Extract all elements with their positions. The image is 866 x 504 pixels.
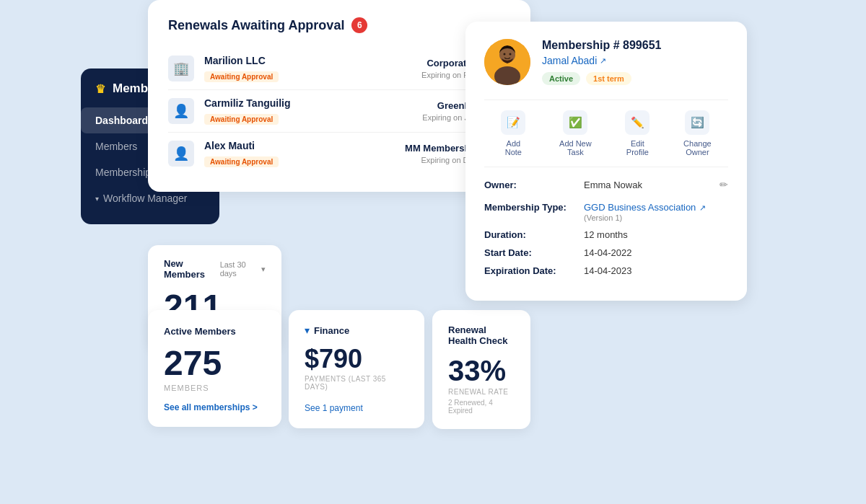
- active-members-card: Active Members 275 MEMBERS See all membe…: [148, 310, 281, 427]
- person-icon: 👤: [168, 141, 194, 167]
- duration-row: Duration: 12 months: [484, 229, 728, 240]
- owner-label: Owner:: [484, 180, 578, 190]
- status-badge: Awaiting Approval: [204, 156, 279, 167]
- renewal-name: Alex Mauti: [204, 140, 395, 151]
- start-date-row: Start Date: 14-04-2022: [484, 247, 728, 258]
- active-members-title: Active Members: [164, 326, 236, 337]
- add-note-label: AddNote: [505, 139, 522, 156]
- membership-type-value[interactable]: GGD Business Association: [584, 202, 696, 213]
- renewals-badge: 6: [351, 17, 367, 33]
- membership-type-row: Membership Type: GGD Business Associatio…: [484, 200, 728, 222]
- renewal-info: Alex Mauti Awaiting Approval: [204, 140, 395, 167]
- sidebar-item-label: Workflow Manager: [103, 193, 187, 204]
- profile-card: Membership # 899651 Jamal Abadi ↗ Active…: [465, 22, 747, 301]
- profile-badges: Active 1st term: [542, 72, 728, 85]
- renewal-info: Carmiliz Tanguilig Awaiting Approval: [204, 97, 412, 125]
- crown-icon: ♛: [95, 82, 105, 96]
- renewals-header: Renewals Awaiting Approval 6: [168, 17, 510, 33]
- health-percent: 33%: [448, 356, 515, 385]
- active-members-count: 275: [164, 346, 266, 381]
- finance-sublabel: PAYMENTS (LAST 365 DAYS): [305, 375, 408, 391]
- add-task-icon: ✅: [563, 110, 587, 135]
- profile-top: Membership # 899651 Jamal Abadi ↗ Active…: [484, 39, 728, 85]
- chevron-down-icon: ▾: [95, 195, 99, 203]
- new-members-header: New Members Last 30 days ▾: [164, 258, 266, 280]
- finance-amount: $790: [305, 346, 408, 372]
- profile-actions: 📝 AddNote ✅ Add NewTask ✏️ EditProfile 🔄…: [484, 100, 728, 167]
- edit-profile-label: EditProfile: [626, 139, 649, 156]
- health-check-title: Renewal Health Check: [448, 324, 515, 346]
- add-task-action[interactable]: ✅ Add NewTask: [559, 110, 592, 156]
- add-note-icon: 📝: [501, 110, 525, 135]
- active-members-unit: MEMBERS: [164, 384, 266, 392]
- chevron-down-icon: ▾: [261, 265, 266, 274]
- owner-row: Owner: Emma Nowak ✏: [484, 179, 728, 190]
- health-check-card: Renewal Health Check 33% RENEWAL RATE 2 …: [432, 310, 530, 429]
- building-icon: 🏢: [168, 56, 194, 81]
- start-date-value: 14-04-2022: [584, 247, 632, 258]
- avatar: [484, 39, 530, 85]
- expiration-date-label: Expiration Date:: [484, 265, 578, 276]
- membership-type-label: Membership Type:: [484, 202, 578, 213]
- duration-label: Duration:: [484, 229, 578, 240]
- person-icon: 👤: [168, 98, 194, 124]
- finance-header: ▾ Finance: [305, 324, 408, 336]
- change-owner-action[interactable]: 🔄 ChangeOwner: [683, 110, 712, 156]
- renewal-detail: 2 Renewed, 4 Expired: [448, 399, 515, 415]
- add-task-label: Add NewTask: [559, 139, 592, 156]
- renewal-name: Carmiliz Tanguilig: [204, 97, 412, 109]
- renewal-row[interactable]: 👤 Carmiliz Tanguilig Awaiting Approval G…: [168, 90, 510, 133]
- edit-profile-icon: ✏️: [625, 110, 650, 135]
- term-badge: 1st term: [586, 72, 631, 85]
- profile-info: Membership # 899651 Jamal Abadi ↗ Active…: [542, 39, 728, 85]
- renewals-title: Renewals Awaiting Approval: [168, 18, 344, 33]
- finance-card: ▾ Finance $790 PAYMENTS (LAST 365 DAYS) …: [289, 310, 424, 428]
- see-all-memberships-link[interactable]: See all memberships >: [164, 402, 266, 412]
- status-badge: Awaiting Approval: [204, 114, 279, 125]
- external-link-icon[interactable]: ↗: [600, 56, 606, 66]
- chevron-down-icon: ▾: [305, 324, 310, 336]
- status-badge: Awaiting Approval: [204, 71, 279, 82]
- owner-value: Emma Nowak: [584, 180, 642, 190]
- duration-value: 12 months: [584, 229, 628, 240]
- edit-owner-icon[interactable]: ✏: [720, 179, 728, 190]
- svg-point-3: [504, 53, 506, 56]
- change-owner-label: ChangeOwner: [683, 139, 712, 156]
- new-members-title: New Members: [164, 258, 220, 280]
- edit-profile-action[interactable]: ✏️ EditProfile: [625, 110, 650, 156]
- external-link-icon[interactable]: ↗: [699, 203, 706, 212]
- svg-point-4: [509, 53, 512, 56]
- expiration-date-value: 14-04-2023: [584, 265, 632, 276]
- add-note-action[interactable]: 📝 AddNote: [501, 110, 525, 156]
- date-filter[interactable]: Last 30 days ▾: [220, 260, 266, 278]
- change-owner-icon: 🔄: [685, 110, 709, 135]
- expiration-date-row: Expiration Date: 14-04-2023: [484, 265, 728, 276]
- renewal-info: Marilion LLC Awaiting Approval: [204, 55, 411, 82]
- renewal-name: Marilion LLC: [204, 55, 411, 66]
- see-payment-link[interactable]: See 1 payment: [305, 403, 363, 413]
- membership-type-sub: (Version 1): [584, 213, 706, 222]
- active-badge: Active: [542, 72, 580, 85]
- finance-title: Finance: [314, 325, 349, 336]
- renewal-row[interactable]: 🏢 Marilion LLC Awaiting Approval Corpora…: [168, 48, 510, 90]
- profile-name: Jamal Abadi ↗: [542, 55, 728, 66]
- membership-number: Membership # 899651: [542, 39, 728, 52]
- renewal-row[interactable]: 👤 Alex Mauti Awaiting Approval MM Member…: [168, 133, 510, 174]
- start-date-label: Start Date:: [484, 247, 578, 258]
- renewal-rate-label: RENEWAL RATE: [448, 388, 515, 396]
